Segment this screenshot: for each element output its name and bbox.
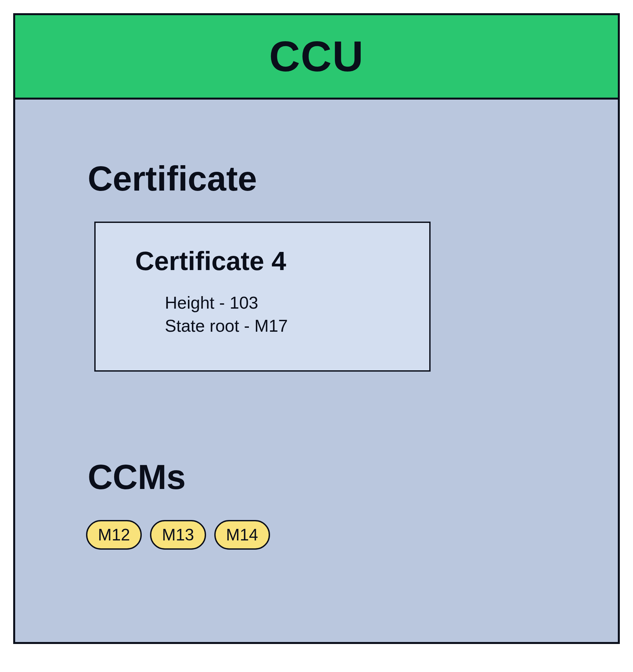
ccms-section: CCMs M12 M13 M14 [88, 457, 545, 550]
certificate-section-title: Certificate [88, 159, 545, 198]
ccu-body: Certificate Certificate 4 Height - 103 S… [15, 100, 618, 642]
ccms-pill-row: M12 M13 M14 [86, 520, 545, 550]
certificate-state-root: State root - M17 [165, 314, 403, 337]
certificate-box: Certificate 4 Height - 103 State root - … [94, 222, 431, 371]
ccms-section-title: CCMs [88, 457, 545, 497]
ccu-header: CCU [15, 15, 618, 100]
ccm-pill: M13 [150, 520, 206, 550]
ccu-title: CCU [15, 32, 618, 81]
certificate-height: Height - 103 [165, 291, 403, 314]
ccm-pill: M14 [214, 520, 270, 550]
ccm-pill: M12 [86, 520, 142, 550]
certificate-name: Certificate 4 [135, 246, 403, 276]
ccu-container: CCU Certificate Certificate 4 Height - 1… [13, 13, 620, 644]
